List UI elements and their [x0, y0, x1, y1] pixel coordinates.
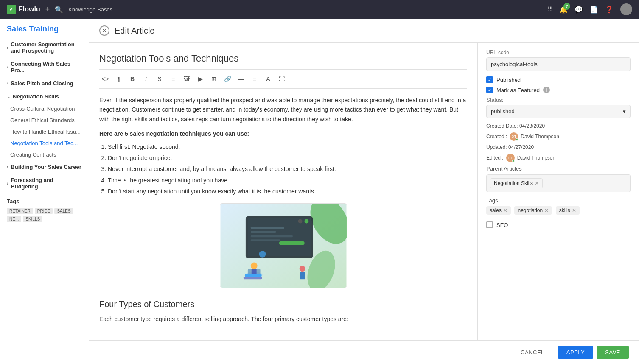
tag-label: skills	[559, 207, 570, 213]
chevron-down-icon: ⌄	[7, 94, 10, 99]
svg-rect-10	[250, 239, 280, 241]
url-code-value[interactable]: psychological-tools	[486, 57, 631, 71]
add-button[interactable]: +	[45, 5, 50, 14]
toolbar-color-btn[interactable]: A	[262, 73, 274, 85]
toolbar-table-btn[interactable]: ⊞	[208, 73, 220, 85]
tag-sales[interactable]: SALES	[54, 208, 73, 214]
parent-articles-container: Negotiation Skills ✕	[486, 174, 631, 192]
published-checkbox[interactable]: ✓	[486, 76, 493, 83]
remove-parent-button[interactable]: ✕	[535, 180, 539, 186]
chat-icon[interactable]: 💬	[575, 6, 583, 14]
list-item: Sell first. Negotiate second.	[108, 142, 467, 151]
app-logo[interactable]: ✓ Flowlu	[7, 5, 40, 14]
tags-title: Tags	[7, 198, 82, 204]
created-author-name: David Thompson	[521, 134, 559, 140]
status-select[interactable]: published ▾	[486, 105, 631, 118]
check-icon: ✓	[488, 88, 491, 92]
tag-price[interactable]: PRICE	[35, 208, 53, 214]
tag-ne[interactable]: NE...	[7, 216, 21, 222]
tag-retainer[interactable]: RETAINER	[7, 208, 33, 214]
featured-checkbox[interactable]: ✓	[486, 87, 493, 93]
online-indicator	[516, 138, 518, 141]
article-section2-para: Each customer type requires a different …	[99, 314, 467, 324]
edit-article-dialog: ✕ Edit Article <> ¶ B I S ≡	[89, 19, 639, 364]
sidebar-item-sales-pitch[interactable]: › Sales Pitch and Closing	[0, 77, 89, 90]
sidebar-item-customer-seg[interactable]: › Customer Segmentation and Prospecting	[0, 38, 89, 57]
tags-row: RETAINER PRICE SALES NE... SKILLS	[7, 208, 82, 222]
svg-rect-20	[243, 277, 262, 279]
sidebar-item-label: Negotiation Tools and Tec...	[10, 140, 78, 146]
parent-article-label: Negotiation Skills	[494, 180, 533, 186]
toolbar-fullscreen-btn[interactable]: ⛶	[276, 73, 288, 85]
toolbar-paragraph-btn[interactable]: ¶	[113, 73, 125, 85]
remove-tag-button[interactable]: ✕	[544, 207, 549, 213]
sidebar-item-building-career[interactable]: › Building Your Sales Career	[0, 160, 89, 174]
nav-icons: ⠿ 🔔 7 💬 📄 ❓	[547, 3, 632, 15]
toolbar-list-btn[interactable]: ≡	[167, 73, 179, 85]
toolbar-media-btn[interactable]: ▶	[194, 73, 206, 85]
save-button[interactable]: SAVE	[597, 346, 629, 359]
article-title-input[interactable]	[99, 50, 467, 69]
search-icon[interactable]: 🔍	[55, 6, 63, 14]
sidebar-item-handle-ethical[interactable]: How to Handle Ethical Issu...	[0, 126, 89, 137]
tag-negotiation: negotiation ✕	[514, 206, 552, 215]
sidebar-item-connecting[interactable]: › Connecting With Sales Pro...	[0, 57, 89, 77]
chevron-right-icon: ›	[7, 165, 8, 169]
user-avatar[interactable]	[620, 3, 632, 15]
article-illustration	[220, 203, 347, 288]
sidebar-item-general-ethical[interactable]: General Ethical Standards	[0, 115, 89, 126]
file-icon[interactable]: 📄	[590, 6, 598, 14]
sidebar-title: Sales Training	[0, 19, 89, 38]
toolbar-align-btn[interactable]: ≡	[249, 73, 261, 85]
info-icon[interactable]: i	[543, 87, 550, 93]
status-value: published	[491, 108, 515, 115]
svg-rect-8	[250, 231, 275, 233]
list-item: Don't negotiate on price.	[108, 153, 467, 162]
sidebar-item-neg-tools[interactable]: Negotiation Tools and Tec...	[0, 137, 89, 149]
toolbar-image-btn[interactable]: 🖼	[181, 73, 193, 85]
created-date-label: Created Date: 04/23/2020	[486, 123, 545, 129]
tags-section-title: Tags	[486, 197, 631, 204]
cancel-button[interactable]: CANCEL	[510, 346, 555, 359]
sidebar-item-label: Negotiation Skills	[13, 93, 59, 100]
sidebar-item-label: Forecasting and Budgeting	[11, 177, 82, 190]
bell-icon[interactable]: 🔔 7	[559, 6, 568, 14]
sidebar-item-cross-cultural[interactable]: Cross-Cultural Negotiation	[0, 103, 89, 115]
toolbar-link-btn[interactable]: 🔗	[221, 73, 233, 85]
toolbar-code-btn[interactable]: <>	[99, 73, 111, 85]
remove-tag-button[interactable]: ✕	[503, 207, 507, 213]
remove-tag-button[interactable]: ✕	[572, 207, 576, 213]
updated-label: Updated: 04/27/2020	[486, 144, 534, 150]
chevron-right-icon: ›	[7, 81, 8, 86]
check-icon: ✓	[488, 78, 491, 82]
edited-author-avatar: DT	[506, 154, 515, 162]
sidebar-item-negotiation-skills[interactable]: ⌄ Negotiation Skills	[0, 90, 89, 103]
svg-point-15	[250, 262, 257, 269]
sidebar-item-creating-contracts[interactable]: Creating Contracts	[0, 149, 89, 160]
article-intro: Even if the salesperson has properly qua…	[99, 95, 467, 124]
tag-skills[interactable]: SKILLS	[23, 216, 42, 222]
grid-icon[interactable]: ⠿	[547, 6, 552, 14]
seo-checkbox[interactable]	[486, 221, 493, 228]
created-date-row: Created Date: 04/23/2020	[486, 123, 631, 129]
help-icon[interactable]: ❓	[605, 6, 614, 14]
sidebar-item-label: How to Handle Ethical Issu...	[10, 129, 81, 135]
tags-section: Tags sales ✕ negotiation ✕ skill	[486, 197, 631, 216]
toolbar-bold-btn[interactable]: B	[126, 73, 138, 85]
edited-label: Edited :	[486, 155, 504, 161]
apply-button[interactable]: APPLY	[558, 346, 593, 359]
article-section2-title: Four Types of Customers	[99, 297, 467, 311]
tag-skills: skills ✕	[556, 206, 580, 215]
sidebar-item-forecasting[interactable]: › Forecasting and Budgeting	[0, 174, 89, 193]
close-button[interactable]: ✕	[99, 25, 109, 36]
top-nav: ✓ Flowlu + 🔍 Knowledge Bases ⠿ 🔔 7 💬 📄 ❓	[0, 0, 639, 19]
sidebar-item-label: Connecting With Sales Pro...	[11, 61, 82, 73]
toolbar-hr-btn[interactable]: —	[235, 73, 247, 85]
article-image-container	[99, 203, 467, 291]
list-item: Time is the greatest negotiating tool yo…	[108, 176, 467, 185]
svg-rect-19	[244, 274, 261, 277]
toolbar-italic-btn[interactable]: I	[140, 73, 152, 85]
online-indicator	[512, 160, 515, 162]
toolbar-strikethrough-btn[interactable]: S	[154, 73, 165, 85]
close-icon: ✕	[102, 27, 107, 34]
